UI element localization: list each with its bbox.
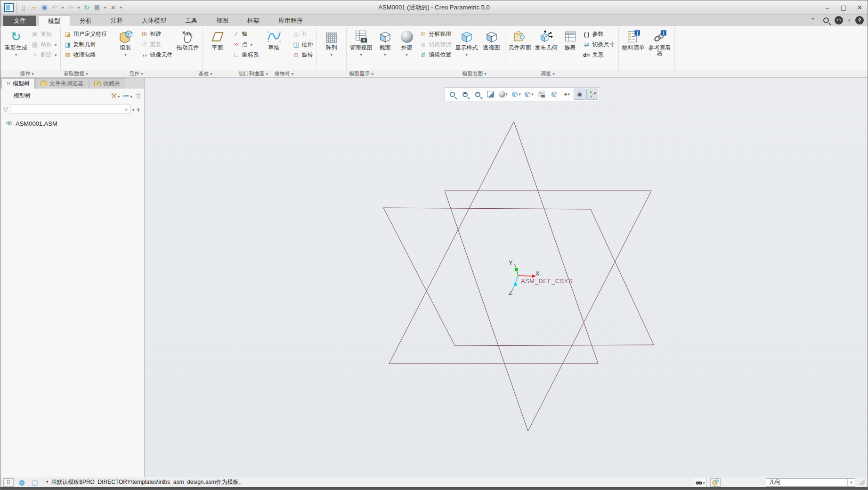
tab-view[interactable]: 视图 [207, 16, 238, 26]
filter-clear-button[interactable] [122, 106, 130, 113]
group-label-get-data[interactable]: 获取数据 [53, 70, 98, 77]
command-search-button[interactable] [821, 16, 831, 25]
selection-filter-combo[interactable]: 几何 [766, 478, 855, 487]
resize-grip[interactable] [859, 480, 865, 485]
publish-geometry-button[interactable]: 发布几何 [534, 28, 559, 52]
group-label-operations[interactable]: 操作 [0, 70, 53, 77]
window-switch-dropdown[interactable] [103, 5, 107, 10]
tree-item-asm0001[interactable]: ASM0001.ASM [5, 120, 144, 127]
group-label-investigate[interactable]: 调查 [524, 70, 571, 77]
tab-folder-browser[interactable]: 文件夹浏览器 [35, 78, 89, 89]
edit-position-button[interactable]: 编辑位置 [418, 50, 453, 59]
group-label-model-intent[interactable]: 模型意图 [424, 70, 524, 77]
filter-add-button[interactable] [136, 106, 140, 114]
tab-model[interactable]: 模型 [38, 16, 70, 26]
repeat-button[interactable]: 重复 [139, 40, 174, 49]
udf-button[interactable]: 用户定义特征 [63, 30, 109, 39]
tab-model-tree[interactable]: 模型树 [1, 78, 35, 89]
paste-icon [31, 41, 39, 48]
family-table-button[interactable]: 族表 [560, 28, 581, 52]
tab-file[interactable]: 文件 [3, 16, 36, 26]
tab-favorites[interactable]: 收藏夹 [89, 78, 125, 89]
point-button[interactable]: 点 [231, 40, 260, 49]
open-file-button[interactable] [29, 3, 39, 12]
paste-button[interactable]: 粘贴 [30, 40, 58, 49]
reference-viewer-button[interactable]: 参考查看器 [647, 28, 673, 58]
assemble-button[interactable]: 组装 [113, 28, 138, 58]
tab-manikin[interactable]: 人体模型 [132, 16, 176, 26]
relations-button[interactable]: 关系 [582, 50, 617, 59]
switch-dimensions-button[interactable]: 切换尺寸 [582, 40, 617, 49]
tab-applications[interactable]: 应用程序 [269, 16, 312, 26]
hole-button[interactable]: 孔 [291, 30, 315, 39]
redo-dropdown[interactable] [76, 5, 81, 10]
search-tool-dropdown[interactable] [703, 479, 705, 486]
perspective-button[interactable]: 透视图 [480, 28, 503, 52]
manage-views-button[interactable]: 管理视图 [349, 28, 374, 58]
axis-button[interactable]: 轴 [231, 30, 260, 39]
close-button[interactable]: ✕ [852, 2, 868, 13]
selection-filter-icon-button[interactable] [710, 478, 721, 487]
search-tool-button[interactable] [694, 478, 706, 487]
save-button[interactable] [40, 3, 49, 12]
window-switch-button[interactable] [92, 3, 102, 12]
group-label-cut-surface[interactable]: 切口和曲面 [237, 70, 270, 77]
appearance-button[interactable]: 外观 [397, 28, 417, 58]
sections-button[interactable]: 截面 [375, 28, 396, 58]
tree-settings-button[interactable] [123, 92, 133, 99]
mirror-component-button[interactable]: 镜像元件 [139, 50, 174, 59]
delete-button[interactable]: 删除 [30, 50, 58, 59]
plane-button[interactable]: 平面 [205, 28, 230, 52]
graphics-viewport[interactable]: + − [145, 78, 868, 477]
component-interface-button[interactable]: 元件界面 [507, 28, 533, 52]
group-label-component[interactable]: 元件 [98, 70, 174, 77]
tree-filter-input[interactable] [10, 106, 122, 113]
sketch-button[interactable]: 草绘 [261, 28, 287, 52]
screen-box-icon [32, 478, 38, 487]
full-screen-button[interactable] [30, 478, 40, 487]
new-file-button[interactable] [19, 3, 28, 12]
group-label-model-display[interactable]: 模型显示 [298, 70, 424, 77]
display-style-button[interactable]: 显示样式 [454, 28, 479, 58]
tab-analysis[interactable]: 分析 [70, 16, 101, 26]
learning-connector-button[interactable]: ◠ [835, 16, 843, 24]
group-label-datum[interactable]: 基准 [174, 70, 237, 77]
tree-tools-button[interactable] [111, 92, 120, 99]
help-button[interactable] [855, 16, 864, 24]
close-window-button[interactable] [108, 3, 118, 12]
group-label-modifiers[interactable]: 修饰符 [270, 70, 298, 77]
create-component-button[interactable]: 创建 [139, 30, 174, 39]
minimize-button[interactable]: – [819, 2, 836, 13]
filter-dropdown[interactable] [132, 106, 135, 113]
tab-annotate[interactable]: 注释 [101, 16, 132, 26]
maximize-button[interactable]: ▢ [836, 2, 852, 13]
tab-framework[interactable]: 框架 [238, 16, 269, 26]
regenerate-button[interactable]: ↻ 重新生成 [3, 28, 29, 58]
parameters-button[interactable]: 参数 [582, 30, 617, 39]
selection-filter-dropdown[interactable] [847, 479, 855, 486]
redo-button[interactable] [66, 3, 75, 12]
navigator-toggle-button[interactable] [3, 478, 14, 487]
collapse-ribbon-button[interactable] [808, 16, 818, 25]
learning-dropdown[interactable] [847, 18, 852, 23]
tab-tools[interactable]: 工具 [176, 16, 207, 26]
undo-dropdown[interactable] [60, 5, 65, 10]
extrude-button[interactable]: 拉伸 [291, 40, 315, 49]
csys-button[interactable]: 坐标系 [231, 50, 260, 59]
bom-button[interactable]: 物料清单 [621, 28, 646, 52]
pattern-button[interactable]: 阵列 [319, 28, 344, 58]
csys-name-label[interactable]: ASM_DEF_CSYS [521, 278, 573, 285]
app-icon[interactable] [4, 3, 14, 12]
copy-geometry-button[interactable]: 复制几何 [63, 40, 109, 49]
regenerate-quick-button[interactable] [82, 3, 91, 12]
revolve-button[interactable]: 旋转 [291, 50, 315, 59]
qat-customize-dropdown[interactable] [119, 5, 123, 10]
tree-connect-button[interactable] [135, 92, 140, 99]
toggle-status-button[interactable]: 切换状况 [418, 40, 453, 49]
shrinkwrap-button[interactable]: 收缩包络 [63, 50, 109, 59]
exploded-view-button[interactable]: 分解视图 [418, 30, 453, 39]
undo-button[interactable] [50, 3, 59, 12]
copy-button[interactable]: 复制 [30, 30, 58, 39]
drag-component-button[interactable]: 拖动元件 [175, 28, 201, 52]
browser-toggle-button[interactable] [16, 478, 27, 487]
